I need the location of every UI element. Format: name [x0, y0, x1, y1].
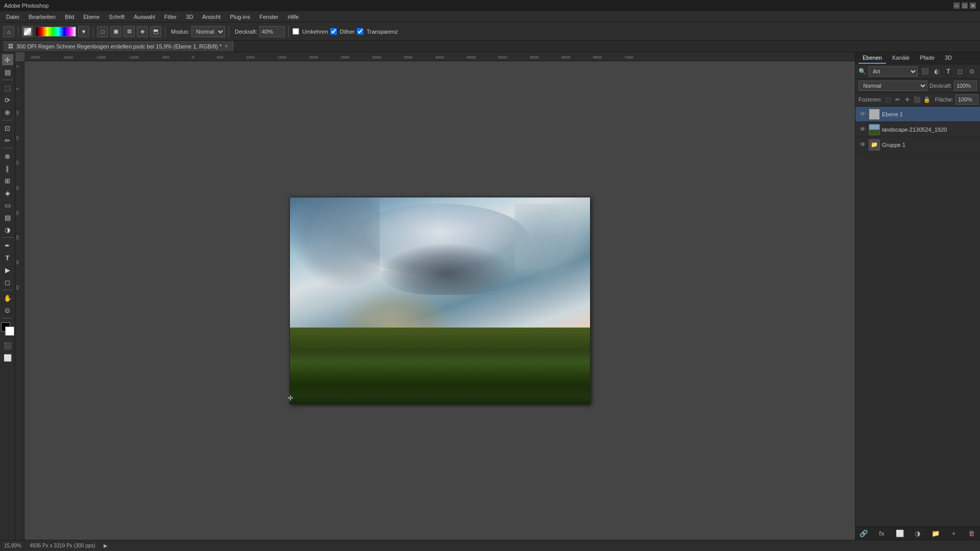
blend-mode-select[interactable]: Normal: [859, 81, 927, 91]
background-color[interactable]: [5, 327, 14, 336]
lock-transparent-btn[interactable]: ⬚: [884, 95, 892, 104]
tab-kanaele[interactable]: Kanäle: [888, 52, 914, 64]
ruler-mark-v: 0: [15, 65, 23, 67]
pen-tool-button[interactable]: ✒: [2, 240, 13, 251]
filter-smart-btn[interactable]: ⊙: [967, 66, 977, 77]
transparency-checkbox[interactable]: [357, 28, 363, 35]
filter-shape-btn[interactable]: ◻: [955, 66, 965, 77]
minimize-button[interactable]: ─: [953, 3, 960, 9]
opacity-label: Deckraft:: [235, 29, 257, 35]
artboard-tool-button[interactable]: ▤: [2, 66, 13, 78]
canvas-area[interactable]: -2500 -2000 -1500 -1000 -500 0 500 1000 …: [15, 52, 855, 540]
transparency-label[interactable]: Transparenz: [366, 29, 398, 35]
dither-label[interactable]: Dither: [340, 29, 355, 35]
link-layers-btn[interactable]: 🔗: [859, 529, 869, 539]
layer-item-ebene1[interactable]: 👁 Ebene 1: [855, 107, 980, 122]
filter-type-btn[interactable]: T: [943, 66, 953, 77]
gradient-preview[interactable]: [35, 27, 76, 37]
close-button[interactable]: ✕: [970, 3, 976, 9]
gradient-square-icon[interactable]: [22, 26, 33, 37]
toolbar-separator-4: [229, 26, 229, 37]
menu-filter[interactable]: Filter: [160, 13, 181, 21]
menu-fenster[interactable]: Fenster: [255, 13, 282, 21]
tool-separator-2: [3, 120, 13, 120]
screen-mode-button[interactable]: ⬜: [2, 352, 13, 363]
menu-schrift[interactable]: Schrift: [105, 13, 129, 21]
tab-3d[interactable]: 3D: [941, 52, 956, 64]
brush-tool-button[interactable]: ∥: [2, 163, 13, 174]
lock-position-btn[interactable]: ✛: [903, 95, 912, 104]
menu-datei[interactable]: Datei: [2, 13, 23, 21]
menu-3d[interactable]: 3D: [182, 13, 197, 21]
filter-pixel-btn[interactable]: ⬛: [920, 66, 930, 77]
lock-pixels-btn[interactable]: ✏: [894, 95, 902, 104]
menu-bearbeiten[interactable]: Bearbeiten: [24, 13, 60, 21]
ruler-left-inner: 0 5 10 15 20 25 30 35 40 45: [15, 61, 24, 310]
menu-ansicht[interactable]: Ansicht: [198, 13, 225, 21]
style-icon-3[interactable]: ⊠: [124, 26, 135, 37]
menu-ebene[interactable]: Ebene: [79, 13, 104, 21]
canvas-container[interactable]: ✛: [24, 61, 855, 540]
zoom-tool-button[interactable]: ⊙: [2, 305, 13, 316]
style-icon-2[interactable]: ▣: [110, 26, 121, 37]
marquee-tool-button[interactable]: ⬚: [2, 82, 13, 93]
dimensions-status: 4936 Px x 3319 Px (300 pps): [30, 543, 95, 548]
layer-filter-select[interactable]: Art: [868, 66, 918, 77]
layer-style-btn[interactable]: fx: [876, 529, 887, 539]
canvas-image[interactable]: [289, 197, 591, 405]
layer-eye-ebene1[interactable]: 👁: [859, 110, 867, 118]
invert-checkbox[interactable]: [292, 28, 299, 35]
layer-eye-gruppe1[interactable]: 👁: [859, 141, 867, 149]
crop-tool-button[interactable]: ⊡: [2, 122, 13, 134]
history-brush-button[interactable]: ◈: [2, 187, 13, 198]
new-layer-btn[interactable]: +: [949, 529, 959, 539]
clone-tool-button[interactable]: ⊞: [2, 175, 13, 186]
layer-eye-landscape[interactable]: 👁: [859, 126, 867, 134]
new-group-btn[interactable]: 📁: [930, 529, 941, 539]
layer-item-landscape[interactable]: 👁 landscape-2130524_1920: [855, 122, 980, 137]
hand-tool-button[interactable]: ✋: [2, 292, 13, 304]
move-tool-button[interactable]: ✢: [2, 54, 13, 65]
menu-auswahl[interactable]: Auswahl: [130, 13, 159, 21]
delete-layer-btn[interactable]: 🗑: [967, 529, 977, 539]
layer-item-gruppe1[interactable]: 👁 📁 Gruppe 1: [855, 137, 980, 153]
color-swatches: [1, 322, 14, 336]
quick-select-tool-button[interactable]: ⊕: [2, 107, 13, 118]
spot-heal-tool-button[interactable]: ⊗: [2, 151, 13, 162]
eraser-tool-button[interactable]: ▭: [2, 199, 13, 211]
quick-mask-button[interactable]: ⬛: [2, 340, 13, 351]
document-tab[interactable]: 🖼 300 DPI Regen Schnee Regenbogen erstel…: [3, 41, 233, 52]
dither-checkbox[interactable]: [330, 28, 337, 35]
fill-input[interactable]: [955, 94, 978, 105]
home-icon[interactable]: ⌂: [3, 26, 14, 37]
invert-label[interactable]: Umkehren: [302, 29, 328, 35]
maximize-button[interactable]: □: [962, 3, 968, 9]
gradient-options-icon[interactable]: ▼: [78, 26, 89, 37]
path-sel-tool-button[interactable]: ▶: [2, 264, 13, 276]
lasso-tool-button[interactable]: ⟳: [2, 94, 13, 106]
opacity-input[interactable]: [954, 81, 977, 91]
lock-all-btn[interactable]: 🔒: [923, 95, 931, 104]
tab-pfade[interactable]: Pfade: [916, 52, 939, 64]
gradient-tool-button[interactable]: ▤: [2, 212, 13, 223]
layer-mask-btn[interactable]: ⬜: [895, 529, 905, 539]
tab-ebenen[interactable]: Ebenen: [859, 52, 886, 64]
menu-hilfe[interactable]: Hilfe: [283, 13, 303, 21]
style-icon-4[interactable]: ◈: [137, 26, 148, 37]
new-adjustment-btn[interactable]: ◑: [913, 529, 923, 539]
style-icon-1[interactable]: □: [97, 26, 108, 37]
eyedropper-tool-button[interactable]: ✏: [2, 135, 13, 146]
fill-label: Fläche:: [935, 96, 953, 103]
menu-plugins[interactable]: Plug-ins: [226, 13, 254, 21]
mode-select[interactable]: Normal: [191, 26, 225, 37]
menu-bild[interactable]: Bild: [61, 13, 78, 21]
shape-tool-button[interactable]: ◻: [2, 277, 13, 288]
doc-tab-close[interactable]: ×: [225, 43, 228, 49]
lock-artboard-btn[interactable]: ⬛: [913, 95, 921, 104]
style-icon-5[interactable]: ⬒: [150, 26, 161, 37]
filter-adjust-btn[interactable]: ◐: [932, 66, 942, 77]
text-tool-button[interactable]: T: [2, 252, 13, 263]
opacity-input[interactable]: [259, 26, 285, 37]
dodge-tool-button[interactable]: ◑: [2, 224, 13, 235]
layer-blend-row: Normal Deckraft:: [855, 79, 980, 93]
